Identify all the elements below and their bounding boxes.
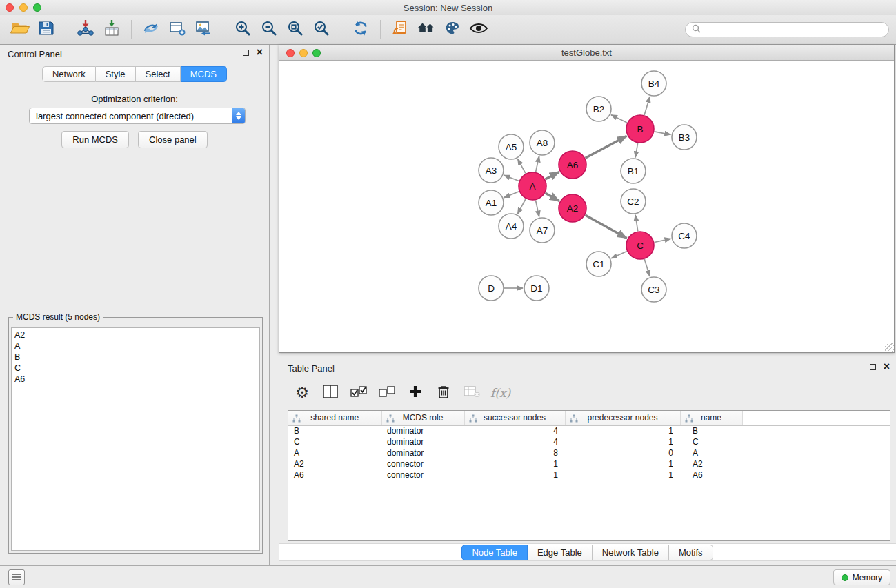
- table-row[interactable]: Bdominator41B: [288, 425, 890, 436]
- edge-B-B3[interactable]: [655, 132, 671, 134]
- tab-style[interactable]: Style: [96, 66, 136, 82]
- delete-column-button[interactable]: [434, 383, 453, 403]
- edge-A6-B[interactable]: [586, 136, 627, 158]
- zoom-selected-button[interactable]: [308, 18, 335, 41]
- node-B[interactable]: B: [626, 115, 654, 143]
- result-list-item[interactable]: A: [14, 341, 257, 352]
- edge-A-A5[interactable]: [518, 159, 526, 174]
- edge-A2-C[interactable]: [585, 215, 626, 238]
- copy-view-button[interactable]: [387, 18, 413, 41]
- node-D1[interactable]: D1: [524, 276, 549, 301]
- node-C1[interactable]: C1: [586, 252, 611, 276]
- search-input[interactable]: [705, 25, 882, 35]
- node-B2[interactable]: B2: [586, 97, 611, 121]
- result-list-item[interactable]: C: [14, 363, 257, 374]
- close-panel-button[interactable]: Close panel: [138, 131, 208, 148]
- result-list-item[interactable]: B: [14, 352, 257, 363]
- paint-style-button[interactable]: [439, 18, 466, 41]
- memory-button[interactable]: Memory: [833, 569, 890, 585]
- node-A[interactable]: A: [519, 172, 546, 200]
- tab-network[interactable]: Network: [42, 66, 96, 82]
- run-mcds-button[interactable]: Run MCDS: [61, 131, 129, 148]
- tab-node-table[interactable]: Node Table: [461, 545, 528, 560]
- task-history-button[interactable]: [8, 569, 25, 585]
- node-B4[interactable]: B4: [641, 71, 666, 96]
- open-session-button[interactable]: [7, 18, 33, 41]
- node-A1[interactable]: A1: [479, 190, 504, 215]
- column-header-name[interactable]: name: [680, 411, 742, 425]
- edge-B-B4[interactable]: [644, 97, 650, 115]
- new-network-button[interactable]: [138, 18, 164, 41]
- edge-A-A4[interactable]: [517, 199, 526, 214]
- node-C4[interactable]: C4: [672, 223, 697, 248]
- mcds-result-list[interactable]: A2ABCA6: [11, 327, 260, 551]
- function-builder-button[interactable]: f(x): [490, 383, 510, 403]
- edge-A-A3[interactable]: [504, 175, 519, 181]
- table-row[interactable]: A6connector11A6: [288, 469, 890, 480]
- import-table-button[interactable]: [99, 18, 125, 41]
- node-A4[interactable]: A4: [499, 214, 524, 239]
- node-C[interactable]: C: [626, 232, 654, 259]
- node-B1[interactable]: B1: [621, 159, 646, 183]
- edge-C-C4[interactable]: [655, 239, 671, 242]
- column-header-predecessor-nodes[interactable]: predecessor nodes: [565, 411, 680, 425]
- edge-A-A8[interactable]: [536, 156, 539, 172]
- clone-network-button[interactable]: [164, 18, 190, 41]
- network-window-titlebar[interactable]: testGlobe.txt: [279, 45, 894, 61]
- node-A7[interactable]: A7: [530, 218, 555, 243]
- zoom-fit-button[interactable]: [282, 18, 308, 41]
- tab-motifs[interactable]: Motifs: [669, 545, 713, 560]
- column-header-shared-name[interactable]: shared name: [288, 411, 381, 425]
- import-network-button[interactable]: [72, 18, 99, 41]
- node-C3[interactable]: C3: [641, 277, 666, 302]
- export-image-button[interactable]: [190, 18, 217, 41]
- close-panel-icon[interactable]: ×: [884, 363, 890, 371]
- edge-A-A1[interactable]: [504, 192, 519, 198]
- result-list-item[interactable]: A2: [14, 330, 257, 341]
- table-row[interactable]: Adominator80A: [288, 447, 890, 458]
- node-C2[interactable]: C2: [621, 189, 646, 214]
- edge-A-A2[interactable]: [545, 193, 559, 201]
- first-neighbors-button[interactable]: [413, 18, 439, 41]
- delete-table-button[interactable]: [462, 383, 481, 403]
- add-column-button[interactable]: [406, 383, 425, 403]
- node-B3[interactable]: B3: [672, 125, 697, 150]
- edge-C-C3[interactable]: [644, 259, 650, 276]
- edge-B-B2[interactable]: [611, 115, 627, 123]
- table-settings-button[interactable]: ⚙: [292, 383, 312, 403]
- tab-mcds[interactable]: MCDS: [181, 66, 227, 82]
- edge-A-A7[interactable]: [536, 201, 539, 217]
- tab-select[interactable]: Select: [136, 66, 181, 82]
- edge-C-C1[interactable]: [611, 252, 627, 258]
- close-panel-icon[interactable]: ×: [257, 48, 263, 57]
- save-session-button[interactable]: [33, 18, 59, 41]
- tab-network-table[interactable]: Network Table: [593, 545, 669, 560]
- edge-A-A6[interactable]: [546, 172, 559, 179]
- node-A2[interactable]: A2: [559, 194, 586, 222]
- node-A6[interactable]: A6: [559, 151, 586, 179]
- show-columns-button[interactable]: [321, 383, 340, 403]
- node-A5[interactable]: A5: [499, 134, 524, 159]
- table-row[interactable]: A2connector11A2: [288, 458, 890, 469]
- zoom-in-button[interactable]: [230, 18, 256, 41]
- table-row[interactable]: Cdominator41C: [288, 436, 890, 447]
- window-resize-grip[interactable]: [885, 343, 894, 352]
- node-D[interactable]: D: [479, 276, 504, 301]
- float-panel-icon[interactable]: [243, 50, 249, 56]
- result-list-item[interactable]: A6: [14, 374, 257, 385]
- column-header-successor-nodes[interactable]: successor nodes: [464, 411, 565, 425]
- deselect-all-button[interactable]: [377, 383, 397, 403]
- select-all-button[interactable]: [349, 383, 368, 403]
- float-panel-icon[interactable]: [870, 364, 876, 370]
- zoom-out-button[interactable]: [256, 18, 282, 41]
- node-A8[interactable]: A8: [530, 130, 555, 155]
- apply-layout-button[interactable]: [348, 18, 374, 41]
- graphics-details-button[interactable]: [466, 18, 492, 41]
- toolbar-search[interactable]: [685, 22, 889, 37]
- edge-B-B1[interactable]: [635, 143, 637, 158]
- edge-C-C2[interactable]: [635, 215, 638, 232]
- node-A3[interactable]: A3: [479, 158, 504, 183]
- tab-edge-table[interactable]: Edge Table: [528, 545, 593, 560]
- column-header-MCDS-role[interactable]: MCDS role: [381, 411, 464, 425]
- network-canvas[interactable]: B4B2BB3A8A5A6A3B1AC2A1A2A4A7C4CC1DD1C3: [279, 61, 894, 352]
